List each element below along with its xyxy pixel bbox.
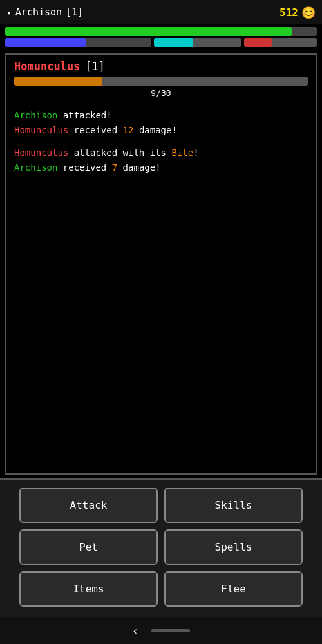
player-mp-bar <box>5 38 151 47</box>
gold-area: 512 😊 <box>279 6 316 19</box>
player-sub2-fill <box>244 38 272 47</box>
bottom-nav: ‹ <box>0 617 322 644</box>
player-name-area[interactable]: ▾ Archison [1] <box>6 6 83 18</box>
log-blank-1 <box>14 138 308 146</box>
button-grid: Attack Skills Pet Spells Items Flee <box>19 488 303 607</box>
player-hp-bar <box>5 27 317 36</box>
battle-log: Archison attacked! Homunculus received 1… <box>6 102 316 473</box>
chevron-down-icon[interactable]: ▾ <box>6 8 12 17</box>
back-icon[interactable]: ‹ <box>132 624 139 638</box>
enemy-hp-fill <box>14 77 102 86</box>
enemy-info: Homunculus [1] 9/30 <box>6 55 316 102</box>
player-name: Archison <box>15 6 62 18</box>
top-bar: ▾ Archison [1] 512 😊 <box>0 0 322 24</box>
coin-icon: 😊 <box>301 6 316 19</box>
enemy-name-row: Homunculus [1] <box>14 60 308 73</box>
flee-button[interactable]: Flee <box>164 571 303 607</box>
stat-bars <box>0 24 322 50</box>
log-line-2: Homunculus received 12 damage! <box>14 124 308 137</box>
spells-button[interactable]: Spells <box>164 529 303 565</box>
log-enemy-1: Homunculus <box>14 125 68 135</box>
enemy-hp-text: 9/30 <box>14 88 308 98</box>
enemy-level: [1] <box>85 60 105 73</box>
attack-button[interactable]: Attack <box>19 488 158 523</box>
player-hp-fill <box>5 27 292 36</box>
gold-amount: 512 <box>279 6 298 19</box>
bars-row2 <box>5 38 317 47</box>
skills-button[interactable]: Skills <box>164 488 303 523</box>
enemy-name: Homunculus <box>14 60 80 73</box>
player-sub2-bar <box>244 38 317 47</box>
log-attacker-1: Archison <box>14 110 57 120</box>
log-enemy-2: Homunculus <box>14 147 68 158</box>
player-level: [1] <box>66 6 83 18</box>
log-line-3: Homunculus attacked with its Bite! <box>14 146 308 160</box>
player-sub1-bar <box>154 38 242 47</box>
pet-button[interactable]: Pet <box>19 529 158 565</box>
log-line-4: Archison received 7 damage! <box>14 161 308 175</box>
log-line-1: Archison attacked! <box>14 109 308 122</box>
items-button[interactable]: Items <box>19 571 158 607</box>
player-sub1-fill <box>154 38 193 47</box>
player-mp-fill <box>5 38 86 47</box>
action-area: Attack Skills Pet Spells Items Flee <box>0 478 322 617</box>
log-attacker-2: Archison <box>14 162 57 173</box>
enemy-hp-bar <box>14 77 308 86</box>
home-indicator <box>151 629 190 632</box>
battle-area: Homunculus [1] 9/30 Archison attacked! H… <box>5 53 317 475</box>
